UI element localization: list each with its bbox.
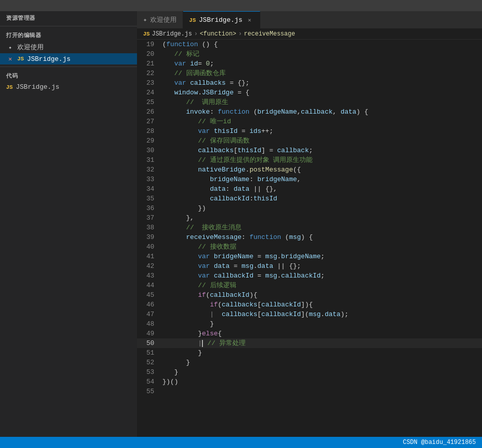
code-line-40: 40 // 接收数据	[137, 242, 482, 252]
code-line-29: 29 // 保存回调函数	[137, 136, 482, 146]
close-icon[interactable]: ✕	[6, 55, 14, 63]
title-bar	[0, 0, 482, 11]
code-line-55: 55	[137, 387, 482, 396]
code-line-36: 36 })	[137, 203, 482, 213]
tab-jsbridge[interactable]: JS JSBridge.js ✕	[183, 11, 260, 28]
code-line-49: 49 }else{	[137, 329, 482, 338]
code-line-50: 50 | // 异常处理	[137, 338, 482, 348]
code-line-19: 19 (function () {	[137, 40, 482, 49]
breadcrumb-sep-2: ›	[238, 30, 242, 38]
code-line-41: 41 var bridgeName = msg.bridgeName;	[137, 252, 482, 261]
code-line-34: 34 data: data || {},	[137, 184, 482, 194]
code-line-35: 35 callbackId:thisId	[137, 194, 482, 203]
code-line-24: 24 window.JSBridge = {	[137, 88, 482, 97]
main-layout: 资源管理器 打开的编辑器 ✦ 欢迎使用 ✕ JS JSBridge.js 代码 …	[0, 11, 482, 437]
code-line-39: 39 receiveMessage: function (msg) {	[137, 232, 482, 242]
code-line-31: 31 // 通过原生提供的对象 调用原生功能	[137, 155, 482, 165]
code-lines: 19 (function () { 20 // 标记 21 var id= 0;…	[137, 40, 482, 396]
tab-js-icon: JS	[189, 17, 196, 23]
code-line-23: 23 var callbacks = {};	[137, 78, 482, 88]
code-line-33: 33 bridgeName: bridgeName,	[137, 175, 482, 184]
sidebar-divider-2	[0, 66, 137, 67]
code-line-26: 26 invoke: function (bridgeName,callback…	[137, 107, 482, 117]
sidebar-item-jsbridge-label: JSBridge.js	[27, 55, 71, 63]
sidebar-item-welcome[interactable]: ✦ 欢迎使用	[0, 41, 137, 53]
code-line-54: 54 })()	[137, 377, 482, 387]
code-line-43: 43 var callbackId = msg.callbackId;	[137, 271, 482, 281]
code-line-37: 37 },	[137, 213, 482, 223]
editor-area: ✦ 欢迎使用 JS JSBridge.js ✕ JS JSBridge.js ›…	[137, 11, 482, 437]
breadcrumb-js-icon: JS	[143, 31, 150, 37]
sidebar-section-open-editors: 打开的编辑器	[0, 28, 137, 41]
breadcrumb: JS JSBridge.js › <function> › receiveMes…	[137, 29, 482, 40]
tab-jsbridge-label: JSBridge.js	[199, 16, 243, 24]
code-line-28: 28 var thisId = ids++;	[137, 126, 482, 136]
code-line-44: 44 // 后续逻辑	[137, 281, 482, 290]
status-bar: CSDN @baidu_41921865	[0, 437, 482, 448]
code-line-32: 32 nativeBridge.postMessage({	[137, 165, 482, 175]
js-file-icon-2: JS	[6, 84, 13, 90]
js-file-icon: JS	[17, 56, 24, 62]
code-line-51: 51 }	[137, 348, 482, 358]
tab-welcome-icon: ✦	[143, 16, 147, 24]
tab-welcome-label: 欢迎使用	[150, 15, 177, 24]
code-line-27: 27 // 唯一id	[137, 117, 482, 126]
tab-close-button[interactable]: ✕	[246, 16, 254, 24]
sidebar-divider-1	[0, 26, 137, 26]
code-line-48: 48 }	[137, 319, 482, 329]
code-line-22: 22 // 回调函数仓库	[137, 68, 482, 78]
tab-welcome[interactable]: ✦ 欢迎使用	[137, 11, 183, 28]
code-line-46: 46 if(callbacks[callbackId]){	[137, 300, 482, 309]
code-line-52: 52 }	[137, 358, 482, 367]
sidebar-section-code: 代码	[0, 69, 137, 82]
code-line-42: 42 var data = msg.data || {};	[137, 261, 482, 271]
sidebar-item-jsbridge-open[interactable]: ✕ JS JSBridge.js	[0, 53, 137, 64]
sidebar-item-jsbridge-file-label: JSBridge.js	[16, 83, 59, 91]
breadcrumb-method: receiveMessage	[244, 30, 295, 38]
welcome-icon: ✦	[6, 43, 14, 51]
code-line-30: 30 callbacks[thisId] = callback;	[137, 146, 482, 155]
breadcrumb-sep-1: ›	[194, 30, 197, 38]
code-line-53: 53 }	[137, 367, 482, 377]
code-line-25: 25 // 调用原生	[137, 97, 482, 107]
code-line-45: 45 if(callbackId){	[137, 290, 482, 300]
watermark-text: CSDN @baidu_41921865	[403, 439, 476, 446]
code-line-47: 47 | callbacks[callbackId](msg.data);	[137, 309, 482, 319]
sidebar-section-explorer: 资源管理器	[0, 11, 137, 24]
sidebar-item-welcome-label: 欢迎使用	[17, 43, 44, 52]
sidebar: 资源管理器 打开的编辑器 ✦ 欢迎使用 ✕ JS JSBridge.js 代码 …	[0, 11, 137, 437]
code-line-20: 20 // 标记	[137, 49, 482, 59]
code-editor[interactable]: 19 (function () { 20 // 标记 21 var id= 0;…	[137, 40, 482, 437]
code-line-38: 38 // 接收原生消息	[137, 223, 482, 232]
sidebar-item-jsbridge-file[interactable]: JS JSBridge.js	[0, 82, 137, 92]
code-line-21: 21 var id= 0;	[137, 59, 482, 68]
breadcrumb-function: <function>	[200, 30, 236, 38]
breadcrumb-file: JSBridge.js	[152, 30, 192, 38]
tab-bar: ✦ 欢迎使用 JS JSBridge.js ✕	[137, 11, 482, 29]
